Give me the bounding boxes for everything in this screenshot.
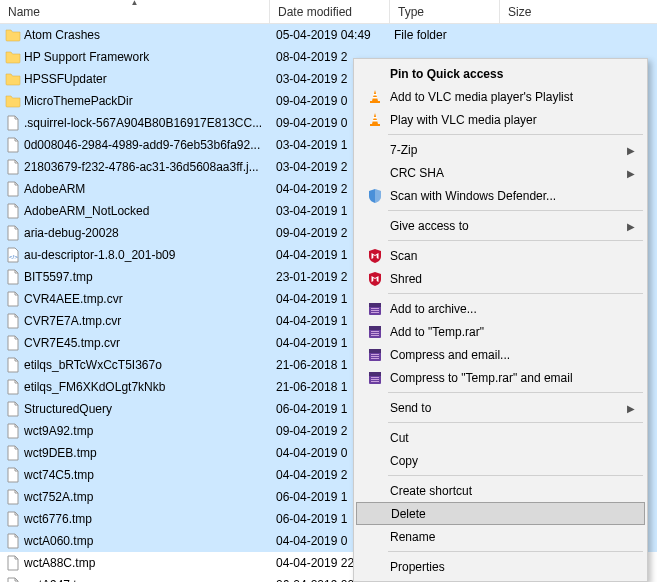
rar-icon	[364, 347, 386, 363]
context-menu: Pin to Quick accessAdd to VLC media play…	[353, 58, 648, 582]
menu-item-label: Give access to	[386, 219, 469, 233]
menu-item[interactable]: Pin to Quick access	[356, 62, 645, 85]
menu-item-label: Compress to "Temp.rar" and email	[386, 371, 573, 385]
menu-item-label: Add to archive...	[386, 302, 477, 316]
file-name: HPSSFUpdater	[22, 72, 270, 86]
file-icon	[4, 445, 22, 461]
menu-item-label: Scan	[386, 249, 417, 263]
menu-item[interactable]: 7-Zip▶	[356, 138, 645, 161]
column-header-row: Name ▲ Date modified Type Size	[0, 0, 657, 24]
menu-item-label: Play with VLC media player	[386, 113, 537, 127]
file-icon	[4, 247, 22, 263]
menu-item-label: Add to VLC media player's Playlist	[386, 90, 573, 104]
menu-item-label: Send to	[386, 401, 431, 415]
file-icon	[4, 313, 22, 329]
file-icon	[4, 577, 22, 582]
menu-item[interactable]: Scan with Windows Defender...	[356, 184, 645, 207]
file-type: File folder	[390, 28, 500, 42]
file-icon	[4, 181, 22, 197]
file-icon	[4, 203, 22, 219]
menu-item[interactable]: Play with VLC media player	[356, 108, 645, 131]
file-icon	[4, 401, 22, 417]
menu-item[interactable]: Create shortcut	[356, 479, 645, 502]
menu-item[interactable]: Copy	[356, 449, 645, 472]
file-icon	[4, 159, 22, 175]
sort-asc-icon: ▲	[131, 0, 139, 7]
chevron-right-icon: ▶	[627, 402, 635, 413]
file-icon	[4, 137, 22, 153]
column-header-date[interactable]: Date modified	[270, 0, 390, 23]
vlc-icon	[364, 89, 386, 105]
file-name: 0d008046-2984-4989-add9-76eb53b6fa92...	[22, 138, 270, 152]
menu-item-label: Pin to Quick access	[386, 67, 503, 81]
menu-separator	[388, 134, 643, 135]
menu-item[interactable]: Give access to▶	[356, 214, 645, 237]
menu-item-label: Copy	[386, 454, 418, 468]
menu-item[interactable]: Add to "Temp.rar"	[356, 320, 645, 343]
menu-item-label: 7-Zip	[386, 143, 417, 157]
folder-icon	[4, 93, 22, 109]
file-icon	[4, 335, 22, 351]
file-icon	[4, 225, 22, 241]
file-icon	[4, 467, 22, 483]
file-name: wctA88C.tmp	[22, 556, 270, 570]
file-icon	[4, 423, 22, 439]
file-name: wct9A92.tmp	[22, 424, 270, 438]
shield-icon	[364, 188, 386, 204]
file-name: 21803679-f232-4786-ac31-36d5608aa3ff.j..…	[22, 160, 270, 174]
file-name: MicroThemePackDir	[22, 94, 270, 108]
file-name: etilqs_FM6XKdOLgt7kNkb	[22, 380, 270, 394]
column-header-type[interactable]: Type	[390, 0, 500, 23]
menu-item[interactable]: Cut	[356, 426, 645, 449]
column-label: Size	[508, 5, 531, 19]
file-name: HP Support Framework	[22, 50, 270, 64]
file-icon	[4, 269, 22, 285]
menu-item[interactable]: Rename	[356, 525, 645, 548]
file-name: wct74C5.tmp	[22, 468, 270, 482]
file-name: BIT5597.tmp	[22, 270, 270, 284]
file-icon	[4, 291, 22, 307]
file-name: Atom Crashes	[22, 28, 270, 42]
file-name: .squirrel-lock-567A904B80B16917E813CC...	[22, 116, 270, 130]
file-name: wctA947.tmp	[22, 578, 270, 582]
menu-separator	[388, 293, 643, 294]
menu-item[interactable]: Add to archive...	[356, 297, 645, 320]
file-icon	[4, 379, 22, 395]
menu-item-label: Cut	[386, 431, 409, 445]
menu-item[interactable]: Compress and email...	[356, 343, 645, 366]
rar-icon	[364, 324, 386, 340]
column-header-size[interactable]: Size	[500, 0, 657, 23]
rar-icon	[364, 301, 386, 317]
file-name: wct6776.tmp	[22, 512, 270, 526]
menu-item[interactable]: Delete	[356, 502, 645, 525]
menu-item[interactable]: Scan	[356, 244, 645, 267]
column-header-name[interactable]: Name ▲	[0, 0, 270, 23]
menu-item-label: Rename	[386, 530, 435, 544]
menu-separator	[388, 551, 643, 552]
file-name: etilqs_bRTcWxCcT5I367o	[22, 358, 270, 372]
menu-item[interactable]: Add to VLC media player's Playlist	[356, 85, 645, 108]
file-date: 05-04-2019 04:49	[270, 28, 390, 42]
file-name: CVR7E45.tmp.cvr	[22, 336, 270, 350]
menu-item[interactable]: Properties	[356, 555, 645, 578]
column-label: Name	[8, 5, 40, 19]
folder-icon	[4, 49, 22, 65]
menu-separator	[388, 475, 643, 476]
menu-item[interactable]: Compress to "Temp.rar" and email	[356, 366, 645, 389]
file-icon	[4, 511, 22, 527]
menu-item-label: Create shortcut	[386, 484, 472, 498]
file-name: wct9DEB.tmp	[22, 446, 270, 460]
menu-separator	[388, 210, 643, 211]
file-name: wctA060.tmp	[22, 534, 270, 548]
menu-item-label: Delete	[387, 507, 426, 521]
menu-item[interactable]: Shred	[356, 267, 645, 290]
menu-item[interactable]: CRC SHA▶	[356, 161, 645, 184]
file-icon	[4, 489, 22, 505]
menu-item[interactable]: Send to▶	[356, 396, 645, 419]
file-name: CVR7E7A.tmp.cvr	[22, 314, 270, 328]
file-row[interactable]: Atom Crashes05-04-2019 04:49File folder	[0, 24, 657, 46]
file-name: wct752A.tmp	[22, 490, 270, 504]
menu-item-label: Properties	[386, 560, 445, 574]
mcafee-icon	[364, 271, 386, 287]
column-label: Type	[398, 5, 424, 19]
